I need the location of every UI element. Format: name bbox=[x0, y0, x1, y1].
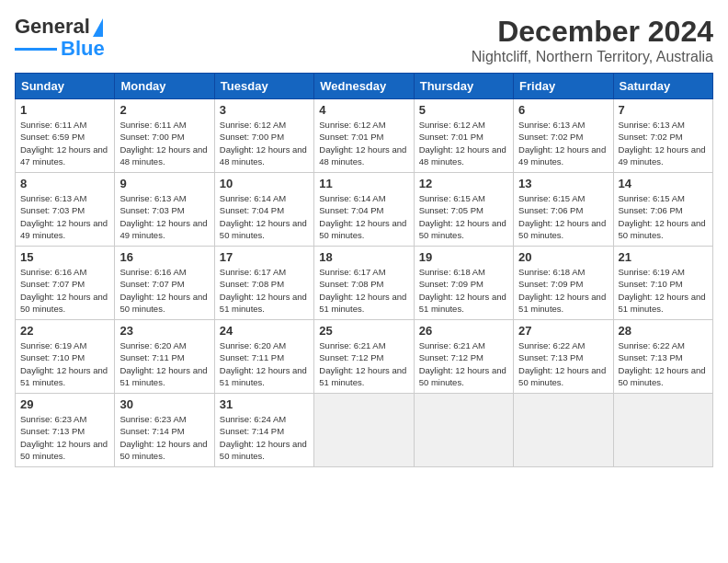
day-number: 14 bbox=[619, 177, 708, 190]
day-info: Sunrise: 6:14 AMSunset: 7:04 PMDaylight:… bbox=[319, 192, 408, 241]
day-number: 17 bbox=[220, 250, 309, 264]
calendar-subtitle: Nightcliff, Northern Territory, Australi… bbox=[472, 49, 713, 65]
day-number: 8 bbox=[20, 177, 109, 190]
day-number: 9 bbox=[119, 177, 209, 190]
calendar-cell bbox=[514, 394, 613, 467]
day-info: Sunrise: 6:16 AMSunset: 7:07 PMDaylight:… bbox=[20, 266, 109, 315]
calendar-week-row: 22Sunrise: 6:19 AMSunset: 7:10 PMDayligh… bbox=[16, 320, 713, 394]
weekday-header-sunday: Sunday bbox=[16, 74, 115, 99]
calendar-cell: 3Sunrise: 6:12 AMSunset: 7:00 PMDaylight… bbox=[214, 99, 313, 173]
day-number: 10 bbox=[220, 177, 309, 190]
calendar-cell: 19Sunrise: 6:18 AMSunset: 7:09 PMDayligh… bbox=[414, 247, 513, 320]
logo-line bbox=[15, 48, 57, 51]
calendar-week-row: 1Sunrise: 6:11 AMSunset: 6:59 PMDaylight… bbox=[16, 99, 713, 173]
day-number: 16 bbox=[119, 250, 209, 264]
day-number: 1 bbox=[20, 103, 109, 117]
day-info: Sunrise: 6:18 AMSunset: 7:09 PMDaylight:… bbox=[419, 266, 508, 315]
day-info: Sunrise: 6:17 AMSunset: 7:08 PMDaylight:… bbox=[319, 266, 408, 315]
day-info: Sunrise: 6:13 AMSunset: 7:03 PMDaylight:… bbox=[20, 192, 109, 241]
calendar-cell bbox=[414, 394, 513, 467]
calendar-cell: 21Sunrise: 6:19 AMSunset: 7:10 PMDayligh… bbox=[613, 247, 712, 320]
day-number: 30 bbox=[119, 397, 209, 411]
weekday-header-monday: Monday bbox=[115, 74, 214, 99]
day-info: Sunrise: 6:13 AMSunset: 7:02 PMDaylight:… bbox=[518, 119, 608, 167]
calendar-cell: 12Sunrise: 6:15 AMSunset: 7:05 PMDayligh… bbox=[414, 173, 513, 247]
day-number: 23 bbox=[119, 324, 209, 338]
logo-triangle-icon bbox=[93, 18, 103, 37]
calendar-cell: 27Sunrise: 6:22 AMSunset: 7:13 PMDayligh… bbox=[514, 320, 613, 394]
day-info: Sunrise: 6:13 AMSunset: 7:02 PMDaylight:… bbox=[619, 119, 708, 167]
logo: General Blue bbox=[15, 15, 105, 61]
day-number: 4 bbox=[319, 103, 408, 117]
calendar-cell: 4Sunrise: 6:12 AMSunset: 7:01 PMDaylight… bbox=[314, 99, 414, 173]
weekday-header-row: SundayMondayTuesdayWednesdayThursdayFrid… bbox=[16, 74, 713, 99]
day-number: 18 bbox=[319, 250, 408, 264]
day-info: Sunrise: 6:23 AMSunset: 7:13 PMDaylight:… bbox=[20, 413, 109, 462]
calendar-cell: 16Sunrise: 6:16 AMSunset: 7:07 PMDayligh… bbox=[115, 247, 214, 320]
calendar-cell: 14Sunrise: 6:15 AMSunset: 7:06 PMDayligh… bbox=[613, 173, 712, 247]
day-info: Sunrise: 6:15 AMSunset: 7:05 PMDaylight:… bbox=[419, 192, 508, 241]
logo-general: General bbox=[15, 15, 90, 39]
calendar-cell bbox=[314, 394, 414, 467]
day-info: Sunrise: 6:12 AMSunset: 7:00 PMDaylight:… bbox=[220, 119, 309, 167]
day-number: 27 bbox=[518, 324, 608, 338]
day-number: 25 bbox=[319, 324, 408, 338]
day-info: Sunrise: 6:21 AMSunset: 7:12 PMDaylight:… bbox=[319, 339, 408, 388]
day-number: 11 bbox=[319, 177, 408, 190]
weekday-header-saturday: Saturday bbox=[613, 74, 712, 99]
day-number: 19 bbox=[419, 250, 508, 264]
day-number: 2 bbox=[119, 103, 209, 117]
day-number: 29 bbox=[20, 397, 109, 411]
calendar-cell: 13Sunrise: 6:15 AMSunset: 7:06 PMDayligh… bbox=[514, 173, 613, 247]
day-info: Sunrise: 6:13 AMSunset: 7:03 PMDaylight:… bbox=[119, 192, 209, 241]
day-number: 12 bbox=[419, 177, 508, 190]
weekday-header-thursday: Thursday bbox=[414, 74, 513, 99]
day-number: 26 bbox=[419, 324, 508, 338]
calendar-cell: 20Sunrise: 6:18 AMSunset: 7:09 PMDayligh… bbox=[514, 247, 613, 320]
day-number: 21 bbox=[619, 250, 708, 264]
day-info: Sunrise: 6:12 AMSunset: 7:01 PMDaylight:… bbox=[419, 119, 508, 167]
calendar-week-row: 8Sunrise: 6:13 AMSunset: 7:03 PMDaylight… bbox=[16, 173, 713, 247]
calendar-cell: 28Sunrise: 6:22 AMSunset: 7:13 PMDayligh… bbox=[613, 320, 712, 394]
calendar-cell: 26Sunrise: 6:21 AMSunset: 7:12 PMDayligh… bbox=[414, 320, 513, 394]
day-info: Sunrise: 6:11 AMSunset: 6:59 PMDaylight:… bbox=[20, 119, 109, 167]
day-info: Sunrise: 6:18 AMSunset: 7:09 PMDaylight:… bbox=[518, 266, 608, 315]
page-header: General Blue December 2024 Nightcliff, N… bbox=[15, 15, 713, 65]
calendar-cell: 25Sunrise: 6:21 AMSunset: 7:12 PMDayligh… bbox=[314, 320, 414, 394]
calendar-cell: 15Sunrise: 6:16 AMSunset: 7:07 PMDayligh… bbox=[16, 247, 115, 320]
day-info: Sunrise: 6:15 AMSunset: 7:06 PMDaylight:… bbox=[518, 192, 608, 241]
day-info: Sunrise: 6:17 AMSunset: 7:08 PMDaylight:… bbox=[220, 266, 309, 315]
calendar-cell: 7Sunrise: 6:13 AMSunset: 7:02 PMDaylight… bbox=[613, 99, 712, 173]
day-info: Sunrise: 6:12 AMSunset: 7:01 PMDaylight:… bbox=[319, 119, 408, 167]
calendar-cell bbox=[613, 394, 712, 467]
day-info: Sunrise: 6:23 AMSunset: 7:14 PMDaylight:… bbox=[119, 413, 209, 462]
day-info: Sunrise: 6:11 AMSunset: 7:00 PMDaylight:… bbox=[119, 119, 209, 167]
day-number: 6 bbox=[518, 103, 608, 117]
day-info: Sunrise: 6:16 AMSunset: 7:07 PMDaylight:… bbox=[119, 266, 209, 315]
calendar-title: December 2024 bbox=[472, 15, 713, 49]
day-info: Sunrise: 6:22 AMSunset: 7:13 PMDaylight:… bbox=[518, 339, 608, 388]
calendar-cell: 30Sunrise: 6:23 AMSunset: 7:14 PMDayligh… bbox=[115, 394, 214, 467]
calendar-table: SundayMondayTuesdayWednesdayThursdayFrid… bbox=[15, 73, 713, 467]
calendar-cell: 29Sunrise: 6:23 AMSunset: 7:13 PMDayligh… bbox=[16, 394, 115, 467]
day-number: 28 bbox=[619, 324, 708, 338]
calendar-cell: 22Sunrise: 6:19 AMSunset: 7:10 PMDayligh… bbox=[16, 320, 115, 394]
day-number: 13 bbox=[518, 177, 608, 190]
weekday-header-wednesday: Wednesday bbox=[314, 74, 414, 99]
calendar-cell: 1Sunrise: 6:11 AMSunset: 6:59 PMDaylight… bbox=[16, 99, 115, 173]
day-number: 3 bbox=[220, 103, 309, 117]
day-number: 20 bbox=[518, 250, 608, 264]
calendar-cell: 18Sunrise: 6:17 AMSunset: 7:08 PMDayligh… bbox=[314, 247, 414, 320]
calendar-cell: 24Sunrise: 6:20 AMSunset: 7:11 PMDayligh… bbox=[214, 320, 313, 394]
day-info: Sunrise: 6:24 AMSunset: 7:14 PMDaylight:… bbox=[220, 413, 309, 462]
day-number: 24 bbox=[220, 324, 309, 338]
calendar-week-row: 29Sunrise: 6:23 AMSunset: 7:13 PMDayligh… bbox=[16, 394, 713, 467]
calendar-week-row: 15Sunrise: 6:16 AMSunset: 7:07 PMDayligh… bbox=[16, 247, 713, 320]
day-info: Sunrise: 6:21 AMSunset: 7:12 PMDaylight:… bbox=[419, 339, 508, 388]
calendar-cell: 23Sunrise: 6:20 AMSunset: 7:11 PMDayligh… bbox=[115, 320, 214, 394]
day-number: 5 bbox=[419, 103, 508, 117]
calendar-cell: 10Sunrise: 6:14 AMSunset: 7:04 PMDayligh… bbox=[214, 173, 313, 247]
calendar-cell: 31Sunrise: 6:24 AMSunset: 7:14 PMDayligh… bbox=[214, 394, 313, 467]
day-info: Sunrise: 6:20 AMSunset: 7:11 PMDaylight:… bbox=[119, 339, 209, 388]
day-number: 31 bbox=[220, 397, 309, 411]
